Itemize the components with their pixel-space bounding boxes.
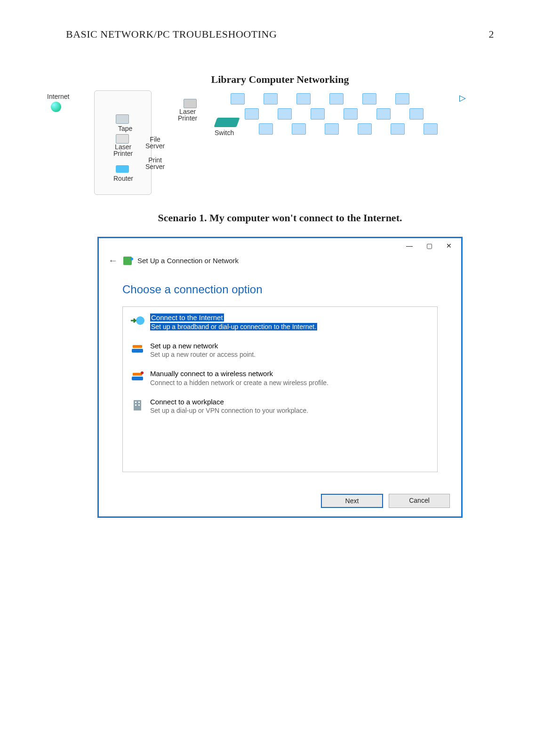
- diagram-label-laser-printer-mid: Laser Printer: [178, 108, 197, 121]
- back-arrow-icon[interactable]: ←: [108, 255, 118, 266]
- svg-rect-1: [132, 349, 143, 353]
- option-desc: Set up a new router or access point.: [150, 351, 256, 358]
- document-title: Library Computer Networking: [66, 73, 494, 86]
- pc-icon: [292, 123, 306, 135]
- pc-icon: [395, 93, 409, 105]
- pc-icon: [329, 93, 344, 105]
- pc-icon: [278, 108, 292, 120]
- pc-icon: [344, 108, 358, 120]
- svg-rect-10: [138, 404, 140, 406]
- next-button[interactable]: Next: [321, 494, 383, 508]
- option-title: Manually connect to a wireless network: [150, 370, 273, 378]
- option-title: Connect to the Internet: [150, 314, 224, 322]
- dialog-footer: Next Cancel: [99, 485, 461, 516]
- router-icon: [129, 342, 145, 356]
- pc-icon: [376, 108, 391, 120]
- option-desc: Connect to a hidden network or create a …: [150, 379, 328, 386]
- globe-icon: [51, 102, 61, 112]
- connection-options-list: Connect to the Internet Set up a broadba…: [122, 306, 438, 472]
- pc-icon: [311, 108, 325, 120]
- breadcrumb-title: Set Up a Connection or Network: [137, 257, 239, 265]
- svg-rect-7: [135, 402, 136, 403]
- svg-point-0: [136, 316, 144, 325]
- pc-icon: [296, 93, 311, 105]
- network-setup-icon: [123, 257, 132, 265]
- option-connect-workplace[interactable]: Connect to a workplace Set up a dial-up …: [127, 396, 433, 418]
- tape-icon: [116, 114, 129, 124]
- pc-icon: [264, 93, 278, 105]
- router-icon: [116, 165, 129, 173]
- diagram-label-switch: Switch: [215, 129, 234, 137]
- pc-icon: [245, 108, 259, 120]
- page-number: 2: [489, 28, 495, 40]
- svg-rect-2: [133, 345, 142, 348]
- cancel-button[interactable]: Cancel: [389, 494, 450, 508]
- globe-arrow-icon: [129, 314, 145, 328]
- svg-rect-8: [138, 402, 140, 403]
- diagram-label-internet: Internet: [47, 93, 69, 100]
- option-connect-internet[interactable]: Connect to the Internet Set up a broadba…: [127, 312, 433, 333]
- pc-icon: [391, 123, 405, 135]
- option-title: Set up a new network: [150, 342, 218, 350]
- breadcrumb: ← Set Up a Connection or Network: [99, 253, 461, 271]
- pc-icon: [325, 123, 339, 135]
- diagram-label-router: Router: [113, 175, 133, 182]
- pc-icon: [424, 123, 438, 135]
- building-icon: [129, 398, 145, 412]
- close-button[interactable]: ✕: [440, 239, 458, 252]
- option-desc: Set up a broadband or dial-up connection…: [150, 323, 317, 330]
- minimize-button[interactable]: —: [400, 239, 419, 252]
- router-wireless-icon: [129, 370, 145, 384]
- diagram-label-file-server: File Server: [145, 136, 165, 149]
- diagram-label-laser-printer-left: Laser Printer: [113, 144, 133, 157]
- laser-printer-mid-icon: [184, 99, 197, 108]
- diagram-label-tape: Tape: [118, 125, 132, 132]
- maximize-button[interactable]: ▢: [420, 239, 439, 252]
- option-manual-wireless[interactable]: Manually connect to a wireless network C…: [127, 368, 433, 389]
- running-head-text: BASIC NETWORK/PC TROUBLESHOOTING: [66, 28, 277, 40]
- pc-icon: [231, 93, 245, 105]
- pc-icon: [259, 123, 273, 135]
- svg-rect-4: [133, 373, 142, 376]
- option-new-network[interactable]: Set up a new network Set up a new router…: [127, 340, 433, 362]
- svg-rect-6: [134, 400, 141, 410]
- connection-wizard-dialog: — ▢ ✕ ← Set Up a Connection or Network C…: [98, 237, 462, 517]
- pc-icon: [409, 108, 424, 120]
- running-head: BASIC NETWORK/PC TROUBLESHOOTING 2: [66, 28, 494, 40]
- scenario-heading: Scenario 1. My computer won't connect to…: [66, 212, 494, 224]
- arrow-icon: ▷: [459, 93, 466, 103]
- svg-rect-3: [132, 377, 143, 380]
- switch-icon: [214, 118, 240, 127]
- server-rack-box: Tape Laser Printer File Server Print Ser…: [94, 90, 152, 195]
- network-diagram: Internet ▷ Tape Laser Printer File Serve…: [42, 90, 466, 203]
- svg-point-5: [141, 371, 144, 374]
- option-title: Connect to a workplace: [150, 398, 224, 406]
- pc-icon: [358, 123, 372, 135]
- option-desc: Set up a dial-up or VPN connection to yo…: [150, 407, 308, 414]
- window-titlebar: — ▢ ✕: [99, 238, 461, 253]
- dialog-heading: Choose a connection option: [122, 283, 438, 296]
- laser-printer-icon: [116, 134, 129, 144]
- svg-rect-9: [135, 404, 136, 406]
- pc-icon: [362, 93, 376, 105]
- diagram-label-print-server: Print Server: [145, 157, 165, 170]
